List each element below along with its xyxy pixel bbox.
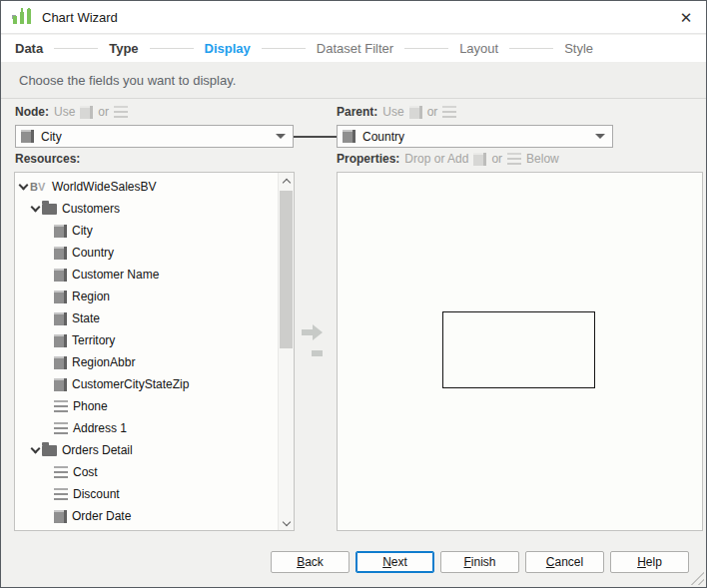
- tree-item-country[interactable]: Country: [15, 242, 278, 264]
- step-style[interactable]: Style: [564, 41, 593, 56]
- expander-icon[interactable]: [31, 446, 40, 455]
- tree-item-phone[interactable]: Phone: [15, 395, 278, 417]
- tree-item-label: Region: [72, 290, 110, 303]
- measure-field-icon: [442, 106, 456, 118]
- tree-item-label: State: [72, 311, 100, 325]
- properties-hint2-label: Below: [526, 152, 559, 166]
- step-display[interactable]: Display: [205, 41, 251, 56]
- step-separator: [54, 48, 98, 49]
- dimension-field-icon: [343, 130, 355, 143]
- dimension-field-icon: [21, 130, 34, 143]
- finish-button[interactable]: Finish: [440, 551, 519, 573]
- measure-field-icon: [114, 106, 128, 118]
- help-button[interactable]: Help: [610, 551, 689, 573]
- cube-icon: [54, 356, 67, 369]
- tree-item-city[interactable]: City: [15, 220, 278, 242]
- step-layout[interactable]: Layout: [459, 41, 498, 56]
- tree-item-cost[interactable]: Cost: [15, 461, 278, 483]
- footer-button-bar: BackNextFinishCancelHelp: [271, 551, 689, 573]
- node-label: Node:: [15, 105, 49, 119]
- scroll-up-icon[interactable]: [279, 173, 294, 189]
- chart-node-placeholder[interactable]: [442, 311, 595, 388]
- chart-wizard-app-icon: [12, 8, 32, 26]
- tree-item-label: Customers: [62, 202, 120, 216]
- properties-hint1-label: Drop or Add: [404, 152, 468, 166]
- step-data[interactable]: Data: [15, 41, 43, 56]
- parent-dropdown-button[interactable]: [588, 126, 612, 147]
- properties-or-label: or: [491, 152, 502, 166]
- tree-item-worldwidesalesbv[interactable]: BVWorldWideSalesBV: [15, 176, 278, 198]
- back-button[interactable]: Back: [271, 551, 350, 573]
- lines-icon: [54, 422, 68, 434]
- folder-icon: [42, 445, 57, 456]
- tree-item-label: WorldWideSalesBV: [52, 180, 156, 194]
- tree-item-label: Discount: [73, 487, 120, 501]
- scroll-down-icon[interactable]: [279, 514, 294, 530]
- dimension-field-icon: [80, 106, 93, 119]
- tree-item-state[interactable]: State: [15, 307, 278, 329]
- tree-item-regionabbr[interactable]: RegionAbbr: [15, 351, 278, 373]
- tree-item-customercitystatezip[interactable]: CustomerCityStateZip: [15, 373, 278, 395]
- tree-item-customer-name[interactable]: Customer Name: [15, 264, 278, 286]
- tree-scrollbar[interactable]: [278, 173, 294, 530]
- tree-item-address-1[interactable]: Address 1: [15, 417, 278, 439]
- tree-item-territory[interactable]: Territory: [15, 329, 278, 351]
- dimension-field-icon: [409, 106, 422, 119]
- cancel-button[interactable]: Cancel: [525, 551, 604, 573]
- business-view-icon: BV: [30, 181, 47, 193]
- node-use-label: Use: [54, 105, 75, 119]
- tree-item-label: Address 1: [73, 421, 127, 435]
- cube-icon: [54, 378, 67, 391]
- parent-combobox[interactable]: Country: [337, 125, 613, 148]
- add-field-arrow-icon[interactable]: [301, 324, 324, 340]
- tree-item-label: Customer Name: [72, 268, 159, 282]
- lines-icon: [54, 488, 68, 500]
- close-icon[interactable]: ✕: [676, 8, 696, 28]
- window-title: Chart Wizard: [42, 10, 118, 25]
- lines-icon: [54, 400, 68, 412]
- expander-icon[interactable]: [31, 205, 40, 214]
- lines-icon: [54, 466, 68, 478]
- step-bar: DataTypeDisplayDataset FilterLayoutStyle: [1, 35, 706, 62]
- cube-icon: [54, 247, 67, 260]
- tree-item-customers[interactable]: Customers: [15, 198, 278, 220]
- resources-caption-row: Resources:: [15, 151, 80, 167]
- node-dropdown-button[interactable]: [269, 126, 293, 147]
- cube-icon: [54, 312, 67, 325]
- tree-item-order-date[interactable]: Order Date: [15, 505, 278, 527]
- tree-item-partial[interactable]: [15, 527, 278, 530]
- tree-item-label: Phone: [73, 399, 108, 413]
- cube-icon: [54, 225, 67, 238]
- tree-item-orders-detail[interactable]: Orders Detail: [15, 439, 278, 461]
- tree-item-discount[interactable]: Discount: [15, 483, 278, 505]
- scrollbar-thumb[interactable]: [280, 191, 293, 348]
- title-bar: Chart Wizard ✕: [1, 1, 706, 34]
- step-dataset-filter[interactable]: Dataset Filter: [317, 41, 393, 56]
- resize-grip[interactable]: [690, 571, 704, 585]
- resources-panel: BVWorldWideSalesBVCustomersCityCountryCu…: [14, 172, 295, 531]
- properties-panel[interactable]: [337, 172, 703, 531]
- folder-icon: [42, 204, 57, 215]
- parent-label: Parent:: [337, 105, 377, 119]
- expander-icon[interactable]: [19, 183, 28, 192]
- parent-hint-row: Parent: Use or: [337, 104, 456, 120]
- tree-item-region[interactable]: Region: [15, 286, 278, 307]
- parent-use-label: Use: [382, 105, 403, 119]
- cube-icon: [54, 334, 67, 347]
- chevron-down-icon: [595, 134, 605, 139]
- tree-item-label: Country: [72, 246, 114, 260]
- step-separator: [509, 48, 553, 49]
- tree-item-label: CustomerCityStateZip: [72, 377, 189, 391]
- tree-item-label: Orders Detail: [62, 443, 133, 457]
- step-separator: [150, 48, 194, 49]
- remove-field-arrow-icon[interactable]: [301, 345, 324, 361]
- instruction-text: Choose the fields you want to display.: [19, 73, 236, 88]
- node-parent-connector-line: [294, 136, 338, 138]
- tree-item-label: Cost: [73, 465, 98, 479]
- tree-item-label: RegionAbbr: [72, 355, 135, 369]
- next-button[interactable]: Next: [355, 551, 434, 573]
- node-combobox[interactable]: City: [15, 125, 294, 148]
- chevron-down-icon: [276, 134, 286, 139]
- parent-combobox-value: Country: [362, 130, 588, 144]
- step-type[interactable]: Type: [109, 41, 138, 56]
